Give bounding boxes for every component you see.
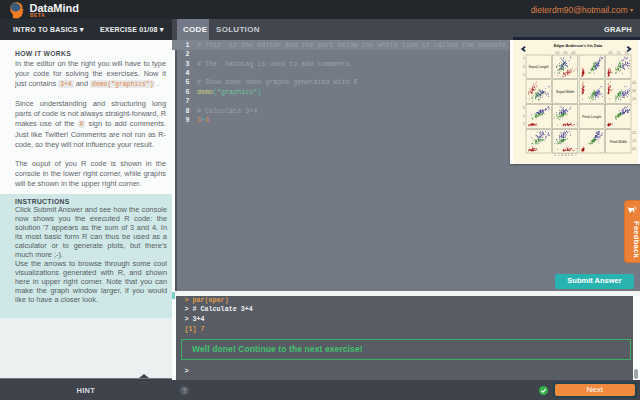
svg-text:3.0: 3.0 xyxy=(632,89,636,93)
svg-text:2: 2 xyxy=(558,153,560,157)
svg-text:1.5: 1.5 xyxy=(617,51,621,55)
svg-text:4.0: 4.0 xyxy=(572,51,576,55)
svg-text:6: 6 xyxy=(523,106,525,110)
svg-text:2.0: 2.0 xyxy=(556,51,560,55)
svg-text:7: 7 xyxy=(523,57,525,61)
svg-text:1: 1 xyxy=(555,153,557,157)
svg-text:Sepal.Width: Sepal.Width xyxy=(556,90,574,94)
svg-text:2.5: 2.5 xyxy=(625,51,629,55)
svg-text:2.0: 2.0 xyxy=(632,97,636,101)
svg-text:3.0: 3.0 xyxy=(564,51,568,55)
svg-text:4: 4 xyxy=(565,153,567,157)
svg-text:2: 2 xyxy=(523,122,525,126)
svg-text:4.0: 4.0 xyxy=(632,81,636,85)
svg-text:Petal.Length: Petal.Length xyxy=(582,115,601,119)
svg-text:4: 4 xyxy=(523,114,525,118)
svg-text:0.5: 0.5 xyxy=(632,147,636,151)
svg-text:7: 7 xyxy=(575,153,577,157)
svg-text:Edgar Anderson's Iris Data: Edgar Anderson's Iris Data xyxy=(554,44,603,48)
svg-text:2.5: 2.5 xyxy=(632,131,636,135)
svg-text:6: 6 xyxy=(523,65,525,69)
svg-text:0.5: 0.5 xyxy=(609,51,613,55)
svg-text:1.5: 1.5 xyxy=(632,139,636,143)
svg-text:3: 3 xyxy=(561,153,563,157)
svg-text:5: 5 xyxy=(523,73,525,77)
svg-text:5: 5 xyxy=(568,153,570,157)
svg-text:Sepal.Length: Sepal.Length xyxy=(529,65,549,69)
svg-text:6: 6 xyxy=(572,153,574,157)
svg-text:Petal.Width: Petal.Width xyxy=(610,140,627,144)
